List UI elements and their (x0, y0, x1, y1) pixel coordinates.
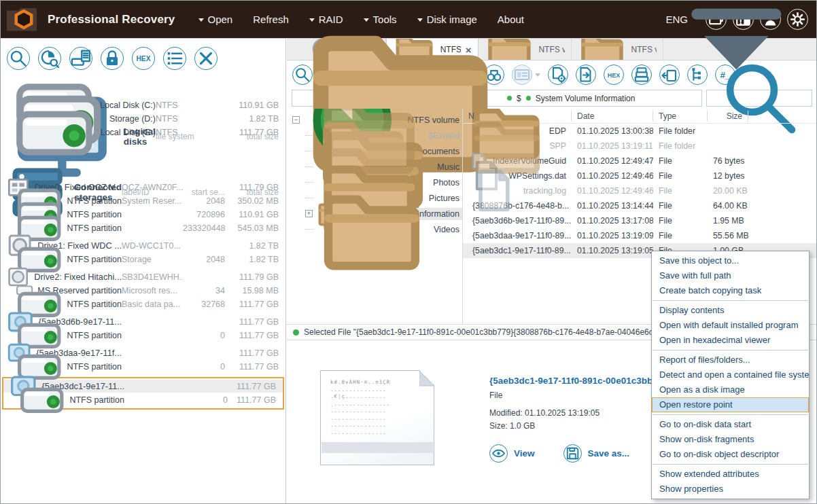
storage-size: 350.02 MB (225, 196, 279, 206)
tree-stub-icon (305, 198, 313, 198)
tree-stub-icon (305, 166, 313, 167)
context-menu-item-detect-and-open-a-contained-file-system[interactable]: Detect and open a contained file system (652, 367, 809, 382)
context-menu-item-show-properties[interactable]: Show properties (652, 482, 809, 497)
toolbar-group (576, 65, 596, 85)
hex-button[interactable]: HEX (604, 65, 624, 85)
context-menu-item-open-in-hexadecimal-viewer[interactable]: Open in hexadecimal viewer (652, 333, 809, 348)
file-rows: EDP01.10.2025 13:00:38File folderSPP01.1… (463, 124, 816, 258)
view-button[interactable]: View (489, 444, 535, 463)
tree-item[interactable]: Videos (287, 221, 462, 237)
menu-item-open[interactable]: Open (198, 14, 233, 25)
storage-partition-row[interactable]: NTFS partitionStorage20481.82 TB (1, 253, 285, 266)
storage-start-sector: 2048 (183, 196, 225, 206)
view-button-label: View (514, 448, 535, 458)
app-window: Professional Recovery OpenRefreshRAIDToo… (0, 0, 817, 504)
storage-start-sector: 34 (183, 286, 225, 295)
tree-icon (688, 65, 707, 84)
menu-item-refresh[interactable]: Refresh (253, 14, 289, 25)
file-date: 01.10.2025 13:19:09 (572, 231, 653, 240)
menu-separator (653, 464, 808, 465)
folder-icon (578, 39, 627, 60)
context-menu-item-go-to-on-disk-data-start[interactable]: Go to on-disk data start (652, 417, 809, 432)
storage-partition-row[interactable]: NTFS partition0111.77 GB (1, 360, 285, 373)
file-thumbnail: k#.8vÁHN·®..n1ÇR................€¦ç.....… (320, 370, 434, 465)
thumbnail-line: ............... (330, 408, 427, 415)
tree-button[interactable] (687, 65, 708, 85)
storage-partition-row[interactable]: NTFS partition0111.77 GB (3, 393, 283, 406)
thumbnail-line: ............... (330, 429, 427, 437)
tree-item-label: Photos (430, 177, 462, 189)
tab-label: NTFS volume (sector 0 on {... (631, 45, 657, 54)
file-date: 01.10.2025 13:19:05 (572, 246, 653, 255)
storage-id: System Reser... (122, 196, 183, 206)
batch-copy-icon (549, 65, 568, 84)
file-size: 64.00 KB (708, 201, 748, 211)
file-date: 01.10.2025 12:49:46 (572, 186, 653, 196)
navigation-row: $ System Volume Information (292, 90, 812, 107)
save-as-button[interactable]: Save as... (563, 444, 630, 463)
breadcrumb-root[interactable]: $ (517, 94, 521, 103)
context-menu-item-create-batch-copying-task[interactable]: Create batch copying task (652, 283, 809, 298)
file-date: 01.10.2025 12:49:46 (572, 171, 653, 181)
breadcrumb[interactable]: $ System Volume Information (292, 90, 702, 107)
context-menu-item-open-with-default-installed-program[interactable]: Open with default installed program (652, 318, 809, 333)
storage-id: Storage (122, 255, 183, 264)
file-row[interactable]: SPP01.10.2025 13:19:11File folder (463, 139, 816, 154)
context-menu-item-report-of-files-folders[interactable]: Report of files/folders... (652, 353, 809, 367)
file-row[interactable]: {5aeb3daa-9e17-11f0-89...01.10.2025 13:1… (463, 228, 816, 243)
storage-start-sector: 0 (183, 331, 225, 340)
file-date: 01.10.2025 13:17:08 (572, 216, 653, 226)
expand-icon[interactable]: + (305, 210, 313, 217)
save-as-button-label: Save as... (588, 448, 630, 458)
column-size[interactable]: Size (708, 111, 748, 122)
context-menu-item-show-extended-attributes[interactable]: Show extended attributes (652, 467, 809, 482)
copy-file-icon (576, 65, 595, 84)
storage-size: 111.77 GB (225, 331, 279, 340)
file-row[interactable]: tracking.log01.10.2025 12:49:46File20.00… (463, 183, 816, 198)
storage-size: 111.79 GB (225, 272, 279, 282)
context-menu-item-save-with-full-path[interactable]: Save with full path (652, 268, 809, 283)
column-type[interactable]: Type (653, 111, 708, 122)
context-menu-item-go-to-on-disk-object-descriptor[interactable]: Go to on-disk object descriptor (652, 447, 809, 462)
report-button[interactable] (631, 65, 652, 85)
toolbar-group (512, 65, 540, 85)
storage-size: 111.77 GB (228, 382, 276, 391)
selected-storage-box: {5aeb3dc1-9e17-11...111.77 GBNTFS partit… (2, 377, 284, 410)
context-menu: Save this object to...Save with full pat… (651, 251, 810, 499)
collapse-icon[interactable]: − (292, 116, 300, 124)
context-menu-item-display-contents[interactable]: Display contents (652, 303, 809, 318)
batch-copy-button[interactable] (548, 65, 568, 85)
export-button[interactable] (659, 65, 680, 85)
breadcrumb-current[interactable]: System Volume Information (536, 94, 636, 103)
disk-size: 1.82 TB (210, 114, 279, 124)
context-menu-item-save-this-object-to[interactable]: Save this object to... (652, 253, 809, 268)
preview-file-name: {5aeb3dc1-9e17-11f0-891c-00e01c3bb779} (489, 376, 672, 386)
storage-start-sector: 0 (183, 362, 225, 372)
tab-label: NTFS volume (sector 0 on {... (538, 45, 564, 54)
context-menu-item-open-restore-point[interactable]: Open restore point (652, 397, 809, 412)
status-dot-icon (526, 96, 531, 101)
file-icon (468, 165, 519, 216)
storage-size: 111.77 GB (225, 348, 279, 358)
export-icon (660, 65, 679, 84)
thumbnail-footer-strip (321, 442, 433, 453)
file-type: File folder (653, 141, 708, 151)
file-type: File (653, 201, 708, 211)
close-button[interactable] (194, 47, 218, 70)
column-date[interactable]: Date (572, 111, 653, 122)
preview-modified: Modified: 01.10.2025 13:19:05 (489, 408, 672, 418)
thumbnail-line: ............... (330, 415, 427, 422)
copy-file-button[interactable] (576, 65, 596, 85)
attributes-button[interactable] (163, 47, 186, 70)
file-type: File folder (653, 126, 708, 136)
disk-filesystem: NTFS (156, 114, 210, 124)
tab-4[interactable]: NTFS volume (sector 0 on {... (572, 39, 664, 60)
context-menu-item-open-as-a-disk-image[interactable]: Open as a disk image (652, 382, 809, 397)
disk-filesystem: NTFS (156, 128, 210, 137)
file-size: 12 bytes (708, 171, 748, 181)
file-date: 01.10.2025 13:14:44 (572, 201, 653, 211)
disk-size: 110.91 GB (210, 101, 279, 110)
file-name-cell: {5aeb3daa-9e17-11f0-89... (463, 231, 572, 240)
thumbnail-content: k#.8vÁHN·®..n1ÇR................€¦ç.....… (330, 379, 427, 436)
context-menu-item-show-on-disk-fragments[interactable]: Show on-disk fragments (652, 432, 809, 447)
